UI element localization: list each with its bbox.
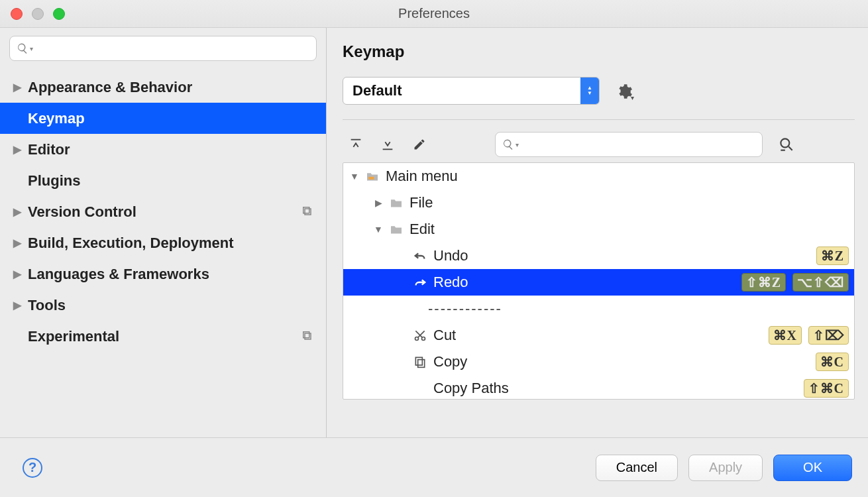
project-level-icon [301, 328, 313, 345]
tree-label: Copy [433, 353, 816, 370]
svg-rect-13 [415, 357, 422, 365]
shortcut-badge: ⇧⌘C [804, 379, 849, 398]
expand-all-icon [349, 137, 363, 152]
tree-label: Main menu [386, 168, 849, 185]
shortcut-badge: ⌥⇧⌫ [792, 273, 849, 292]
disclosure-arrow-icon: ▶ [13, 237, 23, 249]
sidebar-item-languages-frameworks[interactable]: ▶Languages & Frameworks [0, 258, 326, 290]
divider [343, 119, 855, 120]
collapse-all-button[interactable] [374, 134, 401, 155]
sidebar-item-label: Version Control [28, 203, 136, 221]
disclosure-arrow-icon: ▶ [372, 197, 384, 208]
svg-point-6 [781, 138, 789, 147]
ok-button[interactable]: OK [773, 455, 852, 481]
tree-label: Copy Paths [433, 380, 804, 397]
dropdown-arrows-icon [580, 78, 599, 104]
search-dropdown-caret: ▾ [515, 141, 519, 148]
disclosure-arrow-icon: ▶ [13, 268, 23, 280]
tree-action-undo[interactable]: Undo⌘Z [343, 243, 854, 269]
tree-action-cut[interactable]: Cut⌘X⇧⌦ [343, 322, 854, 349]
project-level-icon [301, 203, 313, 221]
sidebar-item-label: Plugins [28, 172, 80, 190]
keymap-scheme-value: Default [353, 82, 402, 99]
tree-label: File [409, 194, 849, 211]
copy-icon [412, 355, 428, 368]
keymap-scheme-select[interactable]: Default [343, 77, 600, 105]
cut-icon [412, 329, 428, 342]
tree-separator: ------------ [343, 296, 854, 322]
folder-icon [388, 224, 404, 235]
tree-folder-edit[interactable]: ▼Edit [343, 216, 854, 243]
cancel-button[interactable]: Cancel [596, 455, 678, 481]
redo-icon [412, 275, 428, 290]
pencil-icon [413, 138, 426, 151]
search-icon [502, 138, 514, 150]
disclosure-arrow-icon: ▶ [13, 143, 23, 156]
scheme-actions-button[interactable]: ▾ [616, 83, 631, 99]
sidebar-item-label: Build, Execution, Deployment [28, 235, 233, 252]
tree-action-redo[interactable]: Redo⇧⌘Z⌥⇧⌫ [343, 269, 854, 296]
shortcut-badge: ⌘C [816, 353, 849, 371]
sidebar-item-version-control[interactable]: ▶Version Control [0, 196, 326, 227]
svg-line-7 [788, 146, 792, 150]
disclosure-arrow-icon: ▼ [372, 224, 384, 235]
tree-label: Cut [433, 327, 769, 344]
tree-label: Redo [433, 274, 741, 291]
tree-action-copy-paths[interactable]: Copy Paths⇧⌘C [343, 375, 854, 400]
edit-shortcut-button[interactable] [406, 134, 433, 155]
sidebar-item-label: Languages & Frameworks [28, 266, 209, 283]
separator-text: ------------ [428, 300, 502, 317]
svg-rect-1 [305, 209, 311, 215]
svg-rect-0 [303, 207, 309, 213]
sidebar-item-label: Appearance & Behavior [28, 79, 192, 96]
tree-action-copy[interactable]: Copy⌘C [343, 349, 854, 375]
find-by-shortcut-button[interactable] [773, 136, 800, 153]
page-title: Keymap [343, 42, 855, 61]
shortcut-badge: ⇧⌦ [808, 326, 849, 345]
expand-all-button[interactable] [343, 134, 369, 155]
sidebar-item-tools[interactable]: ▶Tools [0, 290, 326, 321]
sidebar-item-appearance-behavior[interactable]: ▶Appearance & Behavior [0, 72, 326, 103]
shortcuts: ⇧⌘C [804, 379, 849, 398]
disclosure-arrow-icon: ▼ [349, 171, 360, 182]
shortcuts: ⌘Z [816, 247, 849, 265]
svg-rect-14 [418, 360, 425, 368]
shortcuts: ⌘C [816, 353, 849, 371]
svg-rect-2 [303, 331, 309, 337]
svg-rect-8 [368, 177, 374, 180]
preferences-sidebar: ▾ ▶Appearance & Behavior▶Keymap▶Editor▶P… [0, 28, 327, 437]
keymap-search-input[interactable]: ▾ [495, 132, 763, 157]
svg-rect-3 [305, 333, 311, 339]
settings-search-input[interactable]: ▾ [9, 36, 317, 61]
disclosure-arrow-icon: ▶ [13, 299, 23, 311]
search-dropdown-caret: ▾ [30, 45, 33, 52]
dialog-footer: ? Cancel Apply OK [0, 437, 868, 497]
apply-button[interactable]: Apply [688, 455, 763, 481]
tree-folder-file[interactable]: ▶File [343, 190, 854, 216]
keymap-tree[interactable]: ▼Main menu▶File▼EditUndo⌘ZRedo⇧⌘Z⌥⇧⌫----… [343, 162, 855, 400]
sidebar-item-experimental[interactable]: ▶Experimental [0, 321, 326, 352]
sidebar-item-label: Editor [28, 141, 70, 158]
folder-icon [364, 171, 380, 182]
preferences-content: Keymap Default ▾ ▾ [327, 28, 868, 437]
sidebar-item-build-execution-deployment[interactable]: ▶Build, Execution, Deployment [0, 227, 326, 258]
undo-icon [412, 248, 428, 263]
shortcuts: ⇧⌘Z⌥⇧⌫ [741, 273, 849, 292]
chevron-down-icon: ▾ [631, 94, 634, 101]
disclosure-arrow-icon: ▶ [13, 81, 23, 93]
help-button[interactable]: ? [23, 458, 42, 478]
sidebar-item-keymap[interactable]: ▶Keymap [0, 103, 326, 134]
shortcut-badge: ⌘Z [816, 247, 849, 265]
folder-icon [388, 197, 404, 208]
disclosure-arrow-icon: ▶ [13, 205, 23, 218]
find-shortcut-icon [778, 136, 795, 153]
sidebar-item-label: Experimental [28, 328, 119, 345]
tree-folder-main-menu[interactable]: ▼Main menu [343, 163, 854, 190]
sidebar-item-plugins[interactable]: ▶Plugins [0, 165, 326, 196]
tree-label: Undo [433, 247, 816, 264]
window-title: Preferences [0, 6, 868, 21]
collapse-all-icon [380, 137, 395, 152]
shortcuts: ⌘X⇧⌦ [769, 326, 849, 345]
shortcut-badge: ⇧⌘Z [741, 273, 786, 292]
sidebar-item-editor[interactable]: ▶Editor [0, 134, 326, 165]
